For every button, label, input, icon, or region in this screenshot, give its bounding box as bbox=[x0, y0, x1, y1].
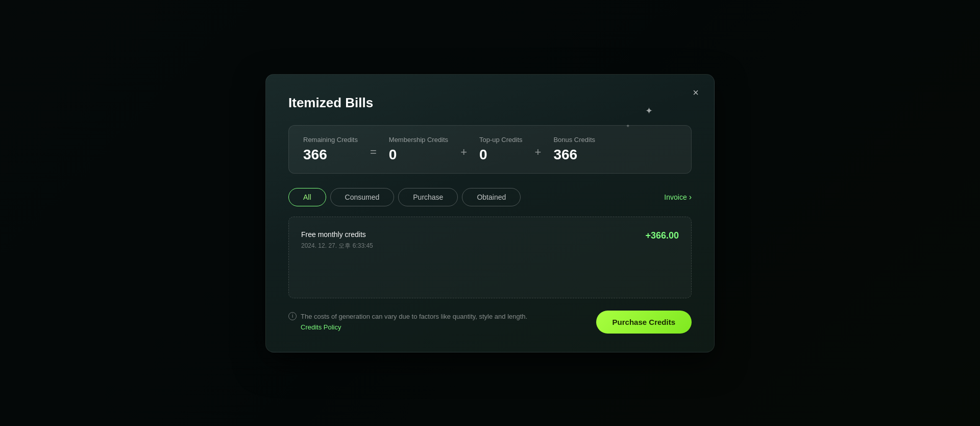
tab-all[interactable]: All bbox=[288, 188, 326, 206]
invoice-chevron-icon: › bbox=[689, 193, 692, 202]
equals-operator: = bbox=[370, 139, 377, 159]
tab-bar: All Consumed Purchase Obtained Invoice › bbox=[288, 188, 692, 206]
footer-notice: i The costs of generation can vary due t… bbox=[288, 312, 588, 333]
topup-credits-item: Top-up Credits 0 bbox=[479, 136, 523, 163]
purchase-credits-button[interactable]: Purchase Credits bbox=[596, 311, 692, 334]
credits-summary: Remaining Credits 366 = Membership Credi… bbox=[288, 125, 692, 174]
footer-links[interactable]: Credits Policy bbox=[301, 322, 527, 333]
transaction-amount: +366.00 bbox=[645, 230, 679, 241]
invoice-link[interactable]: Invoice › bbox=[664, 193, 692, 202]
plus-operator-2: + bbox=[535, 139, 542, 159]
modal-wrapper: × Itemized Bills Remaining Credits 366 =… bbox=[0, 0, 980, 426]
plus-operator-1: + bbox=[460, 139, 467, 159]
topup-credits-value: 0 bbox=[479, 147, 523, 163]
transaction-name: Free monthly credits bbox=[301, 230, 373, 239]
close-button[interactable]: × bbox=[688, 85, 704, 101]
membership-credits-item: Membership Credits 0 bbox=[389, 136, 448, 163]
bonus-credits-item: Bonus Credits 366 bbox=[553, 136, 595, 163]
membership-credits-label: Membership Credits bbox=[389, 136, 448, 144]
credits-policy-link[interactable]: Credits Policy bbox=[301, 323, 341, 331]
invoice-label: Invoice bbox=[664, 193, 687, 201]
remaining-credits-value: 366 bbox=[303, 147, 358, 163]
transaction-info: Free monthly credits 2024. 12. 27. 오후 6:… bbox=[301, 230, 373, 250]
modal-title: Itemized Bills bbox=[288, 95, 692, 111]
info-icon: i bbox=[288, 312, 297, 320]
topup-credits-label: Top-up Credits bbox=[479, 136, 523, 144]
bonus-credits-value: 366 bbox=[553, 147, 595, 163]
remaining-credits-item: Remaining Credits 366 bbox=[303, 136, 358, 163]
modal-footer: i The costs of generation can vary due t… bbox=[288, 311, 692, 334]
tab-consumed[interactable]: Consumed bbox=[330, 188, 395, 206]
transaction-row: Free monthly credits 2024. 12. 27. 오후 6:… bbox=[301, 227, 679, 253]
itemized-bills-modal: × Itemized Bills Remaining Credits 366 =… bbox=[265, 74, 715, 352]
remaining-credits-label: Remaining Credits bbox=[303, 136, 358, 144]
footer-text-wrap: The costs of generation can vary due to … bbox=[301, 312, 527, 333]
tab-purchase[interactable]: Purchase bbox=[398, 188, 458, 206]
tab-obtained[interactable]: Obtained bbox=[462, 188, 521, 206]
transaction-date: 2024. 12. 27. 오후 6:33:45 bbox=[301, 242, 373, 250]
membership-credits-value: 0 bbox=[389, 147, 448, 163]
footer-info-text: The costs of generation can vary due to … bbox=[301, 312, 527, 322]
bonus-credits-label: Bonus Credits bbox=[553, 136, 595, 144]
transaction-list: Free monthly credits 2024. 12. 27. 오후 6:… bbox=[288, 217, 692, 298]
